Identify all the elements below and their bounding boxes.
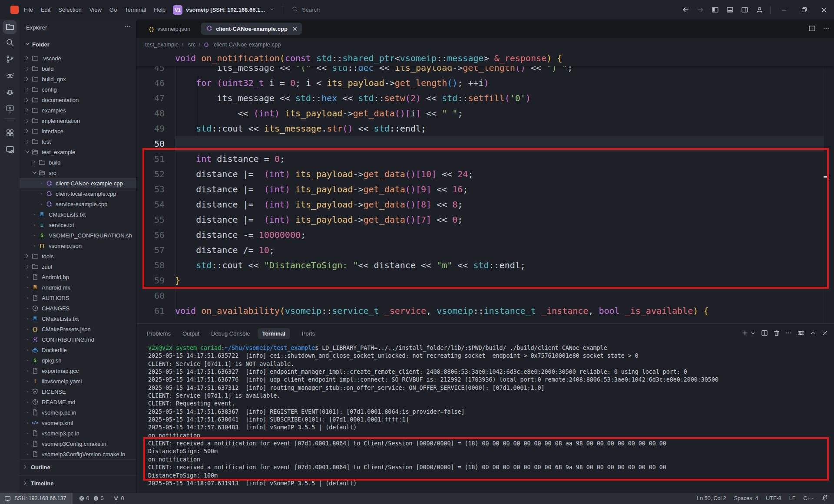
panel-tab-terminal[interactable]: Terminal <box>258 328 290 339</box>
menu-selection[interactable]: Selection <box>54 4 85 16</box>
menu-terminal[interactable]: Terminal <box>121 4 150 16</box>
activity-item-search[interactable] <box>0 35 20 50</box>
breadcrumb-item[interactable]: client-CANoe-example.cpp <box>214 41 281 48</box>
tree-file-CMakePresets.json[interactable]: {}CMakePresets.json <box>20 324 136 334</box>
breadcrumb-item[interactable]: src <box>188 41 195 48</box>
tree-folder-.vscode[interactable]: .vscode <box>20 53 136 63</box>
encoding-status[interactable]: UTF-8 <box>766 495 781 501</box>
more-actions-icon[interactable] <box>124 23 131 31</box>
panel-tab-problems[interactable]: Problems <box>147 330 171 337</box>
problems-status[interactable]: 0 <box>79 495 89 501</box>
activity-item-eye[interactable] <box>0 68 20 83</box>
tree-folder-test[interactable]: test <box>20 136 136 147</box>
tree-file-libvsomeip.yaml[interactable]: !libvsomeip.yaml <box>20 376 136 386</box>
outline-section[interactable]: Outline <box>20 459 136 474</box>
tree-file-Dockerfile[interactable]: Dockerfile <box>20 345 136 355</box>
tree-folder-tools[interactable]: tools <box>20 251 136 261</box>
tree-file-vsomeip.pc.in[interactable]: vsomeip.pc.in <box>20 407 136 418</box>
chevron-down-icon[interactable] <box>269 7 275 13</box>
warnings-status[interactable]: 0 <box>93 495 104 501</box>
tree-file-CHANGES[interactable]: CHANGES <box>20 303 136 313</box>
tree-file-Android.mk[interactable]: MAndroid.mk <box>20 282 136 293</box>
panel-tab-ports[interactable]: Ports <box>302 330 315 337</box>
activity-item-remote-explorer[interactable] <box>0 142 20 157</box>
timeline-section[interactable]: Timeline <box>20 475 136 491</box>
language-status[interactable]: C++ <box>803 495 814 501</box>
tab-vsomeip.json[interactable]: {}vsomeip.json <box>142 20 197 38</box>
menu-file[interactable]: File <box>20 4 37 16</box>
activity-item-extensions-grid[interactable] <box>0 125 20 140</box>
toggle-secondary-sidebar-icon[interactable] <box>738 3 751 16</box>
kill-terminal-icon[interactable] <box>773 329 780 338</box>
panel-tab-output[interactable]: Output <box>182 330 199 337</box>
nav-forward-button[interactable] <box>694 3 707 16</box>
code-line-46[interactable]: 46 for (uint32_t i = 0; i < its_payload-… <box>137 76 834 91</box>
remote-ssh-status[interactable]: SSH: 192.168.66.137 <box>0 493 73 504</box>
tree-file-CONTRIBUTING.md[interactable]: CONTRIBUTING.md <box>20 334 136 345</box>
split-editor-icon[interactable] <box>808 25 816 33</box>
tree-file-client-local-example.cpp[interactable]: client-local-example.cpp <box>20 188 136 199</box>
tree-file-Android.bp[interactable]: Android.bp <box>20 272 136 282</box>
tree-folder-build_qnx[interactable]: build_qnx <box>20 74 136 84</box>
terminal-profile-chevron-icon[interactable] <box>750 330 756 337</box>
tree-file-vsomeip3ConfigVersion.cmake.in[interactable]: vsomeip3ConfigVersion.cmake.in <box>20 449 136 459</box>
breadcrumb-item[interactable]: test_example <box>145 41 179 48</box>
activity-item-debug[interactable] <box>0 85 20 99</box>
code-line-47[interactable]: 47 its_message << std::hex << std::setw(… <box>137 91 834 106</box>
command-center[interactable]: V1 vsomeip [SSH: 192.168.66.1... Search <box>173 0 320 20</box>
nav-back-button[interactable] <box>679 3 692 16</box>
minimize-button[interactable] <box>774 0 794 20</box>
tree-file-client-CANoe-example.cpp[interactable]: client-CANoe-example.cpp <box>20 178 136 188</box>
app-logo-icon[interactable] <box>10 6 19 14</box>
activity-item-monitor-x[interactable] <box>0 101 20 116</box>
tree-file-LICENSE[interactable]: LICENSE <box>20 386 136 397</box>
code-line-60[interactable]: 60 <box>137 288 834 303</box>
editor-more-actions-icon[interactable] <box>823 25 830 33</box>
panel-tab-debug-console[interactable]: Debug Console <box>211 330 250 337</box>
tree-folder-examples[interactable]: examples <box>20 105 136 115</box>
tree-folder-interface[interactable]: interface <box>20 126 136 136</box>
tree-folder-build[interactable]: build <box>20 157 136 168</box>
tree-folder-documentation[interactable]: documentation <box>20 95 136 105</box>
close-panel-icon[interactable] <box>821 330 828 338</box>
tree-file-AUTHORS[interactable]: AUTHORS <box>20 293 136 303</box>
tree-folder-config[interactable]: config <box>20 84 136 95</box>
tree-file-service-example.cpp[interactable]: service-example.cpp <box>20 199 136 209</box>
account-icon[interactable] <box>753 3 766 16</box>
tree-folder-src[interactable]: src <box>20 168 136 178</box>
tree-file-vsomeip.json[interactable]: {}vsomeip.json <box>20 240 136 251</box>
toggle-sidebar-icon[interactable] <box>708 3 721 16</box>
tree-file-vsomeip3Config.cmake.in[interactable]: vsomeip3Config.cmake.in <box>20 438 136 449</box>
tree-folder-zuul[interactable]: zuul <box>20 261 136 272</box>
activity-item-explorer[interactable] <box>0 20 20 34</box>
terminal-tune-icon[interactable] <box>798 329 804 338</box>
tree-folder-implementation[interactable]: implementation <box>20 115 136 126</box>
notifications-bell-icon[interactable] <box>821 494 828 502</box>
tree-file-service.txt[interactable]: ≡service.txt <box>20 220 136 230</box>
restore-button[interactable] <box>794 0 814 20</box>
cursor-position-status[interactable]: Ln 50, Col 2 <box>697 495 726 501</box>
sticky-scroll-line[interactable]: void on_notification(const std::shared_p… <box>137 51 834 66</box>
folder-section-header[interactable]: Folder <box>20 40 136 49</box>
menu-edit[interactable]: Edit <box>37 4 54 16</box>
menu-help[interactable]: Help <box>150 4 169 16</box>
tree-file-VSOMEIP_CONFIGURATION.sh[interactable]: $VSOMEIP_CONFIGURATION.sh <box>20 230 136 240</box>
close-button[interactable] <box>814 0 834 20</box>
tree-file-README.md[interactable]: README.md <box>20 397 136 407</box>
split-terminal-icon[interactable] <box>761 329 768 338</box>
activity-item-source-control[interactable] <box>0 52 20 66</box>
tab-client-CANoe-example.cpp[interactable]: client-CANoe-example.cpp <box>201 23 302 35</box>
code-line-61[interactable]: 61void on_availability(vsomeip::service_… <box>137 303 834 319</box>
tree-file-CMakeLists.txt[interactable]: MCMakeLists.txt <box>20 313 136 324</box>
tree-folder-test_example[interactable]: test_example <box>20 147 136 157</box>
tree-file-vsomeip3.pc.in[interactable]: vsomeip3.pc.in <box>20 428 136 438</box>
new-terminal-icon[interactable] <box>741 329 748 338</box>
indentation-status[interactable]: Spaces: 4 <box>734 495 758 501</box>
tree-folder-build[interactable]: build <box>20 63 136 74</box>
tree-file-vsomeip.xml[interactable]: </>vsomeip.xml <box>20 418 136 428</box>
code-line-48[interactable]: 48 << (int) its_payload->get_data()[i] <… <box>137 106 834 121</box>
search-box[interactable]: Search <box>292 6 320 13</box>
menu-go[interactable]: Go <box>106 4 121 16</box>
panel-more-actions-icon[interactable] <box>785 329 792 338</box>
menu-view[interactable]: View <box>86 4 106 16</box>
